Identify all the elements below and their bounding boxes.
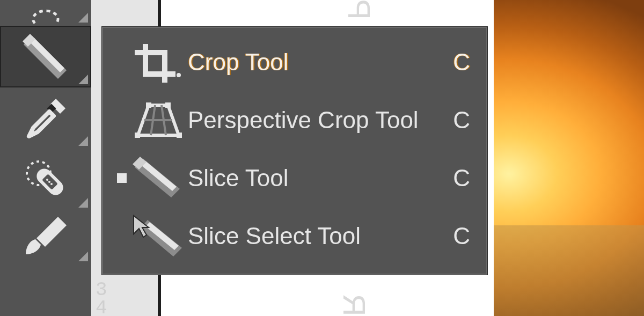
menu-item-slice-tool[interactable]: Slice Tool C	[103, 149, 486, 207]
tools-panel	[0, 0, 91, 316]
slice-icon	[133, 157, 184, 200]
menu-item-label: Slice Tool	[188, 165, 442, 192]
lasso-icon	[30, 2, 61, 24]
menu-item-label: Perspective Crop Tool	[188, 107, 442, 134]
ruler: 3 4	[96, 282, 108, 316]
svg-rect-15	[146, 102, 151, 108]
svg-point-8	[50, 183, 53, 185]
menu-item-shortcut: C	[442, 165, 470, 192]
menu-item-shortcut: C	[442, 223, 470, 249]
watermark-letter: R	[336, 294, 372, 316]
slice-select-icon	[133, 215, 184, 258]
bandage-icon	[23, 157, 69, 203]
menu-item-slice-select-tool[interactable]: Slice Select Tool C	[103, 207, 486, 265]
svg-rect-18	[177, 133, 182, 138]
svg-point-10	[177, 73, 181, 77]
submenu-indicator-icon	[78, 198, 88, 208]
document-background	[494, 0, 644, 316]
crop-icon	[133, 41, 184, 84]
watermark-letter: P	[341, 0, 377, 20]
svg-rect-16	[165, 102, 171, 108]
submenu-indicator-icon	[78, 13, 88, 23]
current-tool-indicator	[115, 173, 129, 183]
svg-point-9	[48, 181, 50, 183]
submenu-indicator-icon	[78, 252, 88, 261]
menu-item-label: Slice Select Tool	[188, 223, 442, 249]
menu-item-shortcut: C	[442, 107, 470, 134]
crop-tool-flyout: Crop Tool C Perspective Crop Tool C	[102, 27, 487, 275]
tool-brush[interactable]	[0, 211, 91, 264]
menu-item-perspective-crop-tool[interactable]: Perspective Crop Tool C	[103, 91, 486, 149]
tool-lasso[interactable]	[0, 0, 91, 26]
menu-item-shortcut: C	[442, 49, 470, 76]
slice-icon	[23, 34, 69, 80]
svg-point-7	[46, 179, 48, 181]
menu-item-label: Crop Tool	[188, 49, 442, 76]
perspective-crop-icon	[133, 99, 184, 142]
tool-spot-healing-brush[interactable]	[0, 149, 91, 211]
menu-item-crop-tool[interactable]: Crop Tool C	[103, 33, 486, 91]
submenu-indicator-icon	[78, 75, 88, 84]
svg-rect-17	[135, 133, 140, 138]
eyedropper-icon	[23, 95, 69, 142]
svg-marker-24	[134, 216, 149, 237]
tool-eyedropper[interactable]	[0, 87, 91, 149]
ruler-tick: 4	[96, 300, 108, 316]
tool-crop[interactable]	[0, 26, 91, 87]
brush-icon	[23, 215, 69, 261]
submenu-indicator-icon	[78, 136, 88, 146]
